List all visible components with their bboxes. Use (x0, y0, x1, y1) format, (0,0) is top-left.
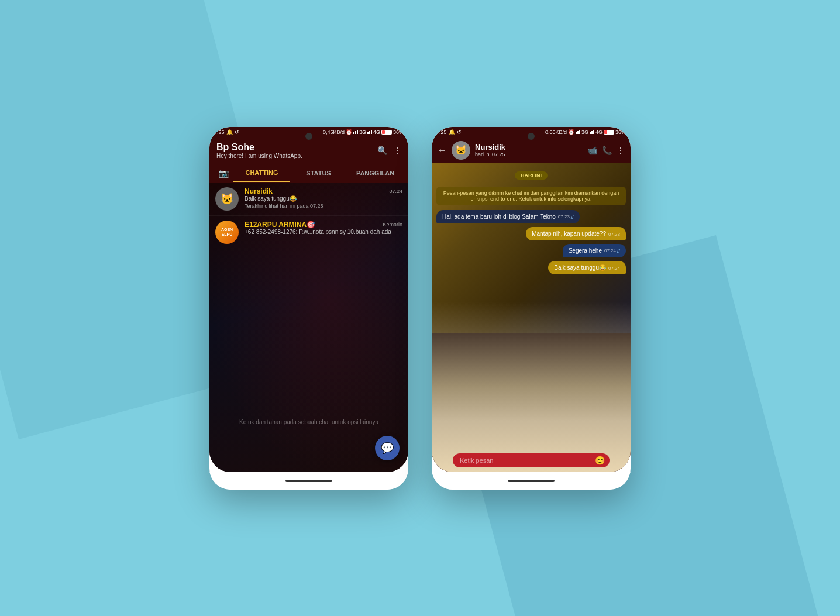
menu-icon[interactable]: ⋮ (393, 146, 401, 155)
chat-last-seen-nursidik: Terakhir dilihat hari ini pada 07.25 (245, 203, 402, 209)
4g-label-1: 4G (373, 129, 380, 135)
chat-list: 🐱 Nursidik 07.24 Baik saya tunggu😂 Terak… (209, 183, 408, 472)
phone-1-screen: 7:25 🔔 ↺ 0,45KB/d ⏰ 3G 4G (209, 127, 408, 472)
signal-4g-1 (367, 130, 372, 134)
msg-text-3: Segera hehe (569, 247, 602, 254)
phone-1: 7:25 🔔 ↺ 0,45KB/d ⏰ 3G 4G (209, 127, 408, 490)
status-bar-left-2: 7:25 🔔 ↺ (436, 129, 462, 135)
signal-4g-2 (590, 130, 594, 134)
chat-header-icons: 📹 📞 ⋮ (587, 146, 625, 155)
message-input[interactable] (453, 453, 610, 467)
sync-icon-1: ↺ (235, 129, 239, 135)
3g-label-1: 3G (359, 129, 366, 135)
chat-content-e12arpu: E12ARPU ARMINA🎯 Kemarin +62 852-2498-127… (245, 221, 402, 235)
status-bar-right-1: 0,45KB/d ⏰ 3G 4G 36% (323, 129, 404, 135)
app-title-section: Bp Sohe Hey there! I am using WhatsApp. (216, 142, 302, 159)
time-1: 7:25 (214, 129, 225, 135)
date-badge: HARI INI (515, 171, 548, 180)
back-button[interactable]: ← (438, 145, 447, 156)
conversation-area: HARI INI Pesan-pesan yang dikirim ke cha… (432, 163, 631, 472)
3g-label-2: 3G (581, 129, 588, 135)
home-bar-line-2 (508, 480, 555, 482)
contact-avatar: 🐱 (452, 141, 470, 160)
phone-1-home-bar (209, 472, 408, 490)
messages-area: HARI INI Pesan-pesan yang dikirim ke cha… (432, 163, 631, 449)
chat-item-nursidik[interactable]: 🐱 Nursidik 07.24 Baik saya tunggu😂 Terak… (209, 183, 408, 216)
home-bar-line-1 (285, 480, 332, 482)
message-4: Baik saya tunggu😂 07.24 (548, 261, 626, 274)
msg-text-1: Hai, ada tema baru loh di blog Salam Tek… (442, 214, 556, 220)
emoji-button[interactable]: 😊 (595, 456, 605, 465)
msg-meta-4: 07.24 (608, 266, 620, 271)
fab-button[interactable]: 💬 (375, 436, 400, 460)
search-icon[interactable]: 🔍 (377, 146, 387, 155)
read-ticks-1: // (571, 214, 574, 220)
chat-last-msg-nursidik: Baik saya tunggu😂 (245, 195, 402, 202)
chat-time-nursidik: 07.24 (389, 188, 402, 194)
chat-content-nursidik: Nursidik 07.24 Baik saya tunggu😂 Terakhi… (245, 187, 402, 209)
status-bar-right-2: 0,00KB/d ⏰ 3G 4G 36% (545, 129, 626, 135)
status-bar-left-1: 7:25 🔔 ↺ (214, 129, 239, 135)
voice-call-icon[interactable]: 📞 (602, 146, 612, 155)
encryption-notice[interactable]: Pesan-pesan yang dikirim ke chat ini dan… (436, 187, 626, 205)
chat-name-e12arpu: E12ARPU ARMINA🎯 (245, 221, 315, 229)
alarm-icon-1: ⏰ (346, 129, 352, 135)
phone-1-camera (305, 133, 312, 140)
4g-label-2: 4G (595, 129, 603, 135)
message-1: Hai, ada tema baru loh di blog Salam Tek… (436, 210, 580, 223)
phone-2-screen: 7:25 🔔 ↺ 0,00KB/d ⏰ 3G 4G (432, 127, 631, 472)
chat-header-nursidik: Nursidik 07.24 (245, 187, 402, 195)
sync-icon-2: ↺ (457, 129, 462, 135)
msg-meta-2: 07.23 (608, 232, 620, 237)
date-divider: HARI INI (436, 169, 626, 180)
message-3: Segera hehe 07.24 // (563, 244, 626, 257)
app-header-1: Bp Sohe Hey there! I am using WhatsApp. … (209, 137, 408, 164)
chat-item-e12arpu[interactable]: AGENELPU E12ARPU ARMINA🎯 Kemarin +62 852… (209, 216, 408, 249)
read-ticks-3: // (617, 248, 620, 254)
tabs-bar: 📷 CHATTING STATUS PANGGILAN (209, 164, 408, 183)
contact-status: hari ini 07.25 (475, 152, 583, 157)
avatar-nursidik: 🐱 (215, 187, 239, 211)
tab-chatting[interactable]: CHATTING (233, 164, 290, 182)
header-top-1: Bp Sohe Hey there! I am using WhatsApp. … (216, 142, 401, 159)
input-wrapper: 😊 (453, 453, 610, 467)
contact-info: Nursidik hari ini 07.25 (475, 143, 583, 157)
signal-3g-2 (576, 130, 580, 134)
msg-meta-1: 07.23 // (558, 214, 574, 220)
battery-pct-2: 36% (615, 129, 626, 135)
phone-2-camera (528, 133, 535, 140)
notification-icon-1: 🔔 (226, 129, 233, 135)
signal-3g-1 (353, 130, 358, 134)
message-2: Mantap nih, kapan update?? 07.23 (526, 227, 626, 240)
chat-last-msg-e12arpu: +62 852-2498-1276: P.w...nota psnn sy 10… (245, 229, 402, 235)
fab-icon: 💬 (381, 442, 394, 455)
msg-meta-3: 07.24 // (604, 248, 620, 254)
notification-icon-2: 🔔 (449, 129, 455, 135)
battery-1 (381, 130, 392, 135)
header-icons: 🔍 ⋮ (377, 146, 401, 155)
msg-text-4: Baik saya tunggu😂 (554, 264, 606, 271)
contact-name: Nursidik (475, 143, 583, 152)
tab-status[interactable]: STATUS (290, 165, 347, 181)
phones-container: 7:25 🔔 ↺ 0,45KB/d ⏰ 3G 4G (209, 127, 631, 490)
avatar-e12arpu: AGENELPU (215, 221, 239, 244)
video-call-icon[interactable]: 📹 (587, 146, 597, 155)
battery-pct-1: 36% (393, 129, 404, 135)
data-speed-1: 0,45KB/d (323, 129, 345, 135)
chat-name-nursidik: Nursidik (245, 187, 273, 195)
chat-menu-icon[interactable]: ⋮ (617, 146, 625, 155)
data-speed-2: 0,00KB/d (545, 129, 567, 135)
camera-tab-icon[interactable]: 📷 (214, 164, 233, 183)
chat-header-bar: ← 🐱 Nursidik hari ini 07.25 📹 📞 ⋮ (432, 137, 631, 163)
alarm-icon-2: ⏰ (568, 129, 574, 135)
msg-text-2: Mantap nih, kapan update?? (532, 230, 606, 237)
chat-header-e12arpu: E12ARPU ARMINA🎯 Kemarin (245, 221, 402, 229)
phone-2: 7:25 🔔 ↺ 0,00KB/d ⏰ 3G 4G (432, 127, 631, 490)
tab-panggilan[interactable]: PANGGILAN (347, 165, 404, 181)
time-2: 7:25 (436, 129, 447, 135)
chat-time-e12arpu: Kemarin (383, 222, 402, 228)
app-subtitle: Hey there! I am using WhatsApp. (216, 153, 302, 159)
battery-2 (604, 130, 614, 135)
chat-hint: Ketuk dan tahan pada sebuah chat untuk o… (209, 419, 408, 425)
phone-2-home-bar (432, 472, 631, 490)
